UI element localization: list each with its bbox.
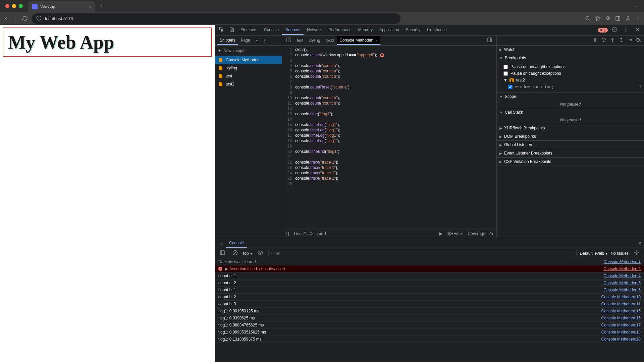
devtools-tab-performance[interactable]: Performance <box>325 25 355 35</box>
browser-tab[interactable]: Vite App × <box>28 1 95 12</box>
console-log-row[interactable]: count b: 3Console Methoden:11 <box>215 301 644 308</box>
zoom-icon[interactable] <box>585 16 590 21</box>
breakpoint-item[interactable]: window.location; 1 <box>503 83 641 90</box>
console-settings-icon[interactable] <box>632 248 641 258</box>
close-devtools-icon[interactable] <box>633 25 642 35</box>
console-log-row[interactable]: tlog1: 0.001953125 msConsole Methoden:15 <box>215 308 644 315</box>
sources-subtab-page[interactable]: Page <box>238 36 253 45</box>
bookmark-icon[interactable] <box>595 16 600 21</box>
file-tab[interactable]: test <box>294 36 306 45</box>
inspect-icon[interactable] <box>217 25 226 35</box>
snippet-item[interactable]: test <box>215 72 282 80</box>
step-over-icon[interactable] <box>601 37 606 44</box>
console-drawer-tab[interactable]: Console <box>226 239 247 248</box>
new-snippet-button[interactable]: + New snippet <box>215 46 282 56</box>
side-panel-icon[interactable] <box>615 16 621 21</box>
sub-tabs-more-icon[interactable]: » <box>254 38 260 43</box>
devtools-tab-application[interactable]: Application <box>376 25 402 35</box>
log-levels-select[interactable]: Default levels▾ <box>580 251 607 256</box>
error-count-badge[interactable]: 1 <box>598 28 608 33</box>
chevron-down-icon[interactable]: ⌄ <box>631 4 641 8</box>
global-listeners-section[interactable]: ▶Global Listeners <box>497 141 644 149</box>
snippet-item[interactable]: Console Methoden <box>215 56 282 64</box>
code-editor[interactable]: 1234567891011121314151617181920212223242… <box>282 46 496 238</box>
console-log-row[interactable]: count b: 2Console Methoden:10 <box>215 294 644 301</box>
watch-section[interactable]: ▶Watch <box>497 46 644 54</box>
forward-button[interactable] <box>13 16 18 21</box>
profile-icon[interactable] <box>625 16 631 21</box>
console-log-row[interactable]: ✖▶Assertion failed: console.assertConsol… <box>215 265 644 273</box>
pause-caught-checkbox[interactable]: Pause on caught exceptions <box>503 70 641 77</box>
log-source-link[interactable]: Console Methoden:10 <box>601 295 641 299</box>
breakpoint-group[interactable]: ▼▮test2 <box>503 77 641 83</box>
console-log-row[interactable]: count b: 1Console Methoden:6 <box>215 287 644 294</box>
console-log-row[interactable]: tlog1: 0.06884765625 msConsole Methoden:… <box>215 322 644 329</box>
expand-arrow-icon[interactable]: ▶ <box>225 266 228 271</box>
console-log-row[interactable]: count a: 2Console Methoden:5 <box>215 280 644 287</box>
log-source-link[interactable]: Console Methoden:5 <box>603 281 641 285</box>
console-log-row[interactable]: count a: 1Console Methoden:4 <box>215 273 644 280</box>
log-source-link[interactable]: Console Methoden:20 <box>601 337 641 342</box>
event-breakpoints-section[interactable]: ▶Event Listener Breakpoints <box>497 149 644 157</box>
pause-icon[interactable] <box>592 37 598 44</box>
console-filter-input[interactable] <box>268 250 577 257</box>
clear-console-icon[interactable] <box>230 248 240 258</box>
file-tab[interactable]: test2 <box>323 36 337 45</box>
pause-uncaught-checkbox[interactable]: Pause on uncaught exceptions <box>503 63 641 70</box>
console-log-row[interactable]: Console was clearedConsole Methoden:1 <box>215 258 644 265</box>
file-tab[interactable]: styling <box>306 36 323 45</box>
snippet-item[interactable]: styling <box>215 64 282 72</box>
drawer-menu-icon[interactable]: ⋮ <box>218 239 226 248</box>
code-lines[interactable]: clear();console.assert(window.app.id ===… <box>295 46 496 229</box>
new-tab-button[interactable]: + <box>98 3 106 10</box>
maximize-window[interactable] <box>19 4 23 8</box>
devtools-tab-elements[interactable]: Elements <box>237 25 261 35</box>
close-file-icon[interactable]: × <box>375 38 378 43</box>
log-source-link[interactable]: Console Methoden:6 <box>603 288 641 292</box>
console-log-row[interactable]: tlog1: 0.1318359375 msConsole Methoden:2… <box>215 336 644 343</box>
pretty-print-icon[interactable]: { } <box>285 231 289 236</box>
step-icon[interactable] <box>627 37 633 44</box>
menu-icon[interactable] <box>635 16 641 21</box>
close-tab-icon[interactable]: × <box>89 4 91 9</box>
minimize-window[interactable] <box>12 4 16 8</box>
live-expression-icon[interactable] <box>256 248 265 258</box>
devtools-tab-sources[interactable]: Sources <box>282 25 304 35</box>
file-tab[interactable]: Console Methoden× <box>337 36 380 45</box>
sub-tabs-menu-icon[interactable]: ⋮ <box>260 38 268 43</box>
close-drawer-icon[interactable]: × <box>638 240 641 246</box>
url-bar[interactable]: localhost:5173 <box>32 13 400 24</box>
run-snippet-icon[interactable]: ▶ <box>439 231 442 236</box>
call-stack-section[interactable]: ▼Call Stack <box>497 108 644 116</box>
log-source-link[interactable]: Console Methoden:18 <box>601 330 641 335</box>
back-button[interactable] <box>3 16 9 21</box>
console-log-row[interactable]: tlog1: 0.099853515625 msConsole Methoden… <box>215 329 644 336</box>
device-toggle-icon[interactable] <box>227 25 236 35</box>
console-log[interactable]: Console was clearedConsole Methoden:1✖▶A… <box>215 258 644 362</box>
log-source-link[interactable]: Console Methoden:16 <box>601 316 641 320</box>
devtools-tab-network[interactable]: Network <box>304 25 325 35</box>
log-source-link[interactable]: Console Methoden:17 <box>601 323 641 327</box>
devtools-tab-lighthouse[interactable]: Lighthouse <box>424 25 450 35</box>
close-window[interactable] <box>5 4 9 8</box>
context-selector[interactable]: top▾ <box>243 251 252 256</box>
log-source-link[interactable]: Console Methoden:11 <box>601 302 641 306</box>
settings-icon[interactable] <box>610 25 619 35</box>
breakpoints-section[interactable]: ▼Breakpoints <box>497 54 644 62</box>
log-source-link[interactable]: Console Methoden:1 <box>603 259 641 264</box>
log-source-link[interactable]: Console Methoden:4 <box>603 274 641 278</box>
reload-button[interactable] <box>22 16 28 21</box>
sources-subtab-snippets[interactable]: Snippets <box>217 36 238 45</box>
console-sidebar-icon[interactable] <box>218 248 227 258</box>
scope-section[interactable]: ▼Scope <box>497 93 644 101</box>
more-icon[interactable] <box>621 25 631 35</box>
snippet-item[interactable]: test2 <box>215 80 282 88</box>
csp-breakpoints-section[interactable]: ▶CSP Violation Breakpoints <box>497 158 644 166</box>
devtools-tab-memory[interactable]: Memory <box>355 25 376 35</box>
log-source-link[interactable]: Console Methoden:15 <box>601 309 641 313</box>
step-out-icon[interactable] <box>619 37 624 44</box>
log-source-link[interactable]: Console Methoden:2 <box>603 266 641 271</box>
xhr-breakpoints-section[interactable]: ▶XHR/fetch Breakpoints <box>497 124 644 132</box>
more-tabs-icon[interactable] <box>485 35 494 46</box>
step-into-icon[interactable] <box>610 37 615 44</box>
